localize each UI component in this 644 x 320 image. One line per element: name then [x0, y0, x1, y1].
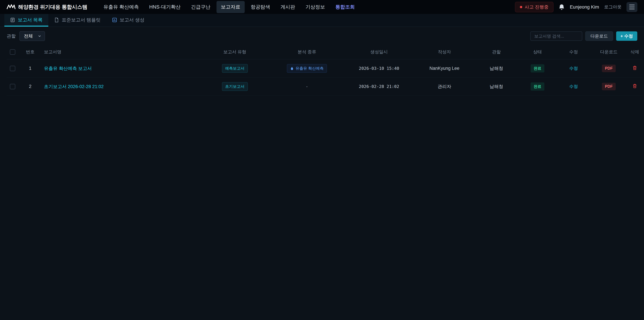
jurisdiction-filter-label: 관할	[7, 33, 16, 39]
create-button[interactable]: + 수정	[616, 31, 637, 41]
row-checkbox[interactable]	[10, 66, 15, 71]
col-header-created: 생성일시	[344, 45, 414, 59]
user-name: Eunjeong Kim	[570, 4, 599, 10]
chart-report-icon	[112, 18, 117, 23]
droplet-icon	[290, 67, 294, 70]
col-header-type: 보고서 유형	[200, 45, 270, 59]
col-header-status: 상태	[518, 45, 557, 59]
report-table: 번호 보고서명 보고서 유형 분석 종류 생성일시 작성자 관할 상태 수정 다…	[7, 45, 642, 96]
nav-item-integrated-inquiry[interactable]: 통합조회	[331, 1, 359, 13]
col-header-edit: 수정	[557, 45, 590, 59]
nav-item-aerial-search[interactable]: 항공탐색	[246, 1, 274, 13]
jurisdiction-value: 남해청	[474, 59, 518, 78]
list-icon	[10, 18, 15, 23]
status-badge: 완료	[531, 64, 544, 73]
document-icon	[54, 18, 59, 23]
report-search-input[interactable]	[530, 31, 582, 41]
nav-item-emergency-rescue[interactable]: 긴급구난	[187, 1, 215, 13]
nav-item-board[interactable]: 게시판	[276, 1, 300, 13]
author-name: 관리자	[414, 78, 474, 96]
hamburger-icon	[629, 5, 634, 5]
nav-item-oil-spill-prediction[interactable]: 유출유 확산예측	[99, 1, 143, 13]
nav-item-reports[interactable]: 보고자료	[216, 1, 245, 13]
author-name: NanKyung Lee	[414, 59, 474, 78]
incident-dot-icon	[520, 6, 522, 8]
trash-icon	[632, 83, 637, 89]
report-name-link[interactable]: 초기보고서 2026-02-28 21:02	[44, 84, 104, 89]
hamburger-menu-button[interactable]	[626, 2, 637, 12]
main-menu: 유출유 확산예측 HNS·대기확산 긴급구난 보고자료 항공탐색 게시판 기상정…	[99, 1, 359, 13]
row-number: 2	[18, 78, 42, 96]
logout-button[interactable]: 로그아웃	[604, 4, 622, 10]
nav-item-weather-info[interactable]: 기상정보	[301, 1, 330, 13]
col-header-name: 보고서명	[42, 45, 200, 59]
bell-icon	[558, 4, 565, 10]
row-checkbox[interactable]	[10, 84, 15, 89]
app-logo: 해양환경 위기대응 통합시스템	[7, 4, 88, 11]
edit-link[interactable]: 수정	[569, 84, 578, 89]
download-button[interactable]: 다운로드	[585, 31, 613, 41]
app-title: 해양환경 위기대응 통합시스템	[18, 4, 88, 11]
report-tabbar: 보고서 목록 표준보고서 템플릿 보고서 생성	[0, 14, 644, 27]
notification-bell-button[interactable]	[558, 4, 565, 10]
analysis-type-badge: 유출유 확산예측	[287, 64, 327, 73]
table-header-row: 번호 보고서명 보고서 유형 분석 종류 생성일시 작성자 관할 상태 수정 다…	[7, 45, 642, 59]
select-all-checkbox[interactable]	[10, 49, 15, 55]
report-type-badge: 초기보고서	[222, 82, 248, 91]
top-nav: 해양환경 위기대응 통합시스템 유출유 확산예측 HNS·대기확산 긴급구난 보…	[0, 0, 644, 14]
pdf-download-badge[interactable]: PDF	[602, 83, 616, 90]
edit-link[interactable]: 수정	[569, 66, 578, 71]
incident-in-progress-badge: 사고 진행중	[515, 2, 554, 12]
col-header-analysis: 분석 종류	[270, 45, 344, 59]
tab-standard-template[interactable]: 표준보고서 템플릿	[48, 14, 106, 27]
col-header-delete: 삭제	[627, 45, 642, 59]
created-datetime: 2026-03-10 15:40	[344, 59, 414, 78]
delete-button[interactable]	[632, 83, 637, 89]
col-header-author: 작성자	[414, 45, 474, 59]
pdf-download-badge[interactable]: PDF	[602, 65, 616, 72]
nav-item-hns-atmospheric[interactable]: HNS·대기확산	[145, 1, 185, 13]
col-header-no: 번호	[18, 45, 42, 59]
incident-badge-label: 사고 진행중	[524, 4, 548, 10]
created-datetime: 2026-02-28 21:02	[344, 78, 414, 96]
table-row: 1 유출유 확산예측 보고서 예측보고서 유출유 확산예측 2026-03-10…	[7, 59, 642, 78]
report-name-link[interactable]: 유출유 확산예측 보고서	[44, 66, 92, 71]
analysis-type-empty: -	[306, 84, 308, 89]
wing-logo-icon	[7, 4, 16, 10]
col-header-jurisdiction: 관할	[474, 45, 518, 59]
jurisdiction-select[interactable]: 전체	[20, 31, 45, 41]
trash-icon	[632, 65, 637, 71]
tab-create-report-label: 보고서 생성	[120, 17, 144, 23]
report-type-badge: 예측보고서	[222, 64, 248, 73]
jurisdiction-value: 남해청	[474, 78, 518, 96]
filter-row: 관할 전체 다운로드 + 수정	[0, 27, 644, 45]
tab-report-list[interactable]: 보고서 목록	[4, 14, 48, 27]
table-row: 2 초기보고서 2026-02-28 21:02 초기보고서 - 2026-02…	[7, 78, 642, 96]
delete-button[interactable]	[632, 65, 637, 71]
tab-report-list-label: 보고서 목록	[18, 17, 42, 23]
row-number: 1	[18, 59, 42, 78]
status-badge: 완료	[531, 82, 544, 91]
col-header-download: 다운로드	[590, 45, 627, 59]
tab-standard-template-label: 표준보고서 템플릿	[62, 17, 100, 23]
tab-create-report[interactable]: 보고서 생성	[106, 14, 150, 27]
